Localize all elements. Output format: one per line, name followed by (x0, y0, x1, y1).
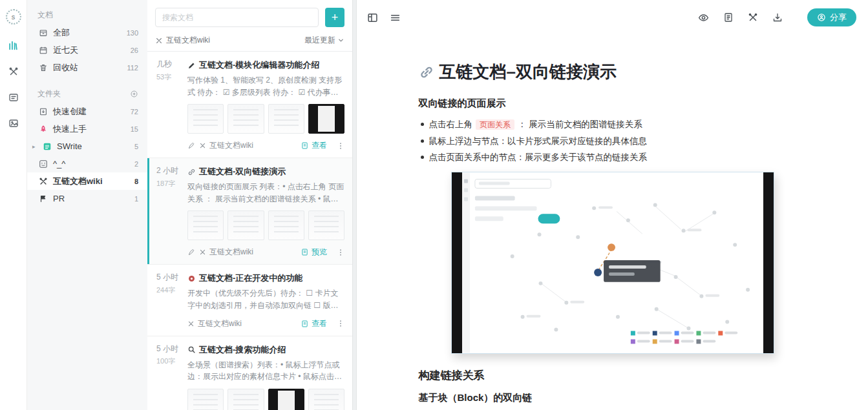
eye-icon[interactable] (698, 12, 709, 23)
card-folder-tag: 互链文档wiki (209, 140, 253, 151)
bullet-item: 点击右上角页面关系： 展示当前文档的图谱链接关系 (419, 116, 807, 133)
notes-icon[interactable] (8, 92, 19, 103)
share-label: 分享 (830, 12, 847, 23)
screenshot-black-bar (763, 172, 774, 353)
in-development-icon (187, 274, 196, 283)
sidebar-section-folders-label: 文件夹 (37, 88, 61, 99)
sidebar-item-label: 快速上手 (53, 123, 87, 135)
sidebar-item-recent7[interactable]: 近七天 26 (27, 41, 147, 59)
icon-rail: s (0, 0, 27, 410)
expand-caret-icon[interactable]: ▸ (32, 143, 37, 150)
crossed-tools-icon (199, 249, 206, 256)
card-time: 5 小时 (156, 272, 181, 283)
document-page: 互链文档–双向链接演示 双向链接的页面展示 点击右上角页面关系： 展示当前文档的… (419, 35, 807, 410)
thumbnail[interactable] (187, 389, 224, 410)
sidebar-item-all[interactable]: 全部 130 (27, 24, 147, 41)
link-icon (419, 65, 434, 80)
archive-icon (39, 28, 48, 37)
current-folder-label: 互链文档wiki (166, 35, 210, 46)
sidebar-item-wiki[interactable]: 互链文档wiki 8 (27, 172, 147, 190)
app-logo[interactable]: s (6, 9, 21, 25)
page-title: 互链文档–双向链接演示 (419, 61, 807, 83)
sidebar-item-label: PR (53, 194, 65, 203)
search-input[interactable] (155, 8, 319, 27)
item-count: 26 (131, 46, 138, 54)
screenshot-black-bar (452, 172, 462, 353)
bullet-item: 鼠标上浮边与节点：以卡片形式展示对应链接的具体信息 (419, 133, 807, 149)
doc-card-1[interactable]: 几秒 53字 互链文档-模块化编辑器功能介绍 写作体验 1、智能改写 2、原创度… (147, 52, 352, 158)
item-count: 2 (134, 160, 138, 168)
sidebar-item-swrite[interactable]: ▸ SWrite 5 (27, 138, 147, 155)
card-time: 5 小时 (156, 344, 181, 354)
card-footer: 互链文档wiki 查看 (187, 318, 344, 329)
crossed-tools-icon[interactable] (748, 12, 758, 23)
thumbnail[interactable] (228, 210, 264, 240)
page-relations-chip: 页面关系 (476, 119, 514, 130)
editor-area: 分享 互链文档–双向链接演示 双向链接的页面展示 点击右上角页面关系： 展示当前… (357, 0, 868, 410)
editor-toolbar: 分享 (357, 0, 868, 35)
doc-card-4[interactable]: 5 小时 100字 互链文档-搜索功能介绍 全场景（图谱搜索）列表：• 鼠标上浮… (147, 336, 352, 410)
thumbnail[interactable] (308, 210, 344, 240)
doc-heading-page-display: 双向链接的页面展示 (419, 97, 807, 110)
item-count: 1 (134, 195, 138, 203)
thumbnail[interactable] (268, 104, 304, 134)
more-options-icon[interactable] (337, 142, 344, 150)
library-icon[interactable] (8, 40, 19, 51)
new-doc-button[interactable]: + (325, 8, 344, 27)
sort-dropdown[interactable]: 最近更新 (304, 35, 344, 46)
bullet-text: 点击页面关系中的节点：展示更多关于该节点的链接关系 (429, 152, 648, 162)
card-thumbnails (187, 104, 344, 134)
tools-icon[interactable] (8, 67, 19, 77)
preview-button[interactable]: 预览 (301, 247, 327, 258)
share-button[interactable]: 分享 (807, 8, 856, 26)
thumbnail[interactable] (187, 210, 224, 240)
doc-heading-build-links: 构建链接关系 (419, 368, 807, 383)
add-folder-icon[interactable] (130, 90, 138, 98)
doc-card-2[interactable]: 2 小时 187字 互链文档-双向链接演示 双向链接的页面展示 列表：• 点击右… (147, 158, 352, 265)
gallery-icon[interactable] (8, 118, 19, 128)
thumbnail[interactable] (187, 104, 224, 134)
board-view-icon[interactable] (367, 12, 378, 23)
doc-card-3[interactable]: 5 小时 244字 互链文档-正在开发中的功能 开发中（优先级不分先后）待办： … (147, 265, 352, 336)
sidebar-item-quick-start[interactable]: 快速上手 15 (27, 120, 147, 138)
save-box-icon[interactable] (772, 12, 783, 23)
view-button[interactable]: 查看 (301, 140, 327, 151)
bullet-item: 点击页面关系中的节点：展示更多关于该节点的链接关系 (419, 149, 807, 165)
sidebar-item-label: ^_^ (53, 159, 65, 169)
more-options-icon[interactable] (337, 320, 344, 327)
file-icon (301, 248, 309, 256)
thumbnail[interactable] (228, 389, 264, 410)
thumbnail[interactable] (228, 104, 264, 134)
more-options-icon[interactable] (337, 249, 344, 256)
smile-icon (39, 159, 48, 169)
doc-export-icon[interactable] (723, 12, 734, 23)
item-count: 72 (131, 108, 138, 116)
sidebar-item-face[interactable]: ^_^ 2 (27, 155, 147, 172)
sidebar-item-pr[interactable]: PR 1 (27, 190, 147, 207)
card-title-text: 互链文档-正在开发中的功能 (199, 272, 302, 284)
item-count: 130 (127, 29, 138, 37)
thumbnail[interactable] (268, 210, 304, 240)
embedded-graph-screenshot[interactable] (451, 172, 774, 354)
card-body: 互链文档-搜索功能介绍 全场景（图谱搜索）列表：• 鼠标上浮节点或边：展示出对应… (187, 344, 344, 410)
card-excerpt: 开发中（优先级不分先后）待办： ☐ 卡片文字中的划选引用，并自动添加双向链 ☐ … (187, 287, 344, 311)
sidebar-item-quick-create[interactable]: 快速创建 72 (27, 103, 147, 120)
card-meta: 几秒 53字 (156, 59, 181, 151)
panel-divider[interactable] (352, 0, 357, 410)
thumbnail[interactable] (308, 104, 344, 134)
card-wordcount: 53字 (156, 72, 181, 81)
sidebar-item-label: 回收站 (53, 62, 78, 74)
quick-create-icon (39, 107, 48, 116)
thumbnail[interactable] (268, 389, 304, 410)
card-excerpt: 写作体验 1、智能改写 2、原创度检测 支持形式 待办： ☑ 多层级列表 待办：… (187, 74, 344, 98)
crossed-tools-icon (199, 142, 206, 149)
bullet-text: 点击右上角 (429, 119, 473, 129)
sidebar-item-trash[interactable]: 回收站 112 (27, 59, 147, 76)
menu-icon[interactable] (390, 12, 401, 23)
thumbnail[interactable] (308, 389, 344, 410)
view-button[interactable]: 查看 (301, 318, 327, 329)
document-canvas[interactable]: 互链文档–双向链接演示 双向链接的页面展示 点击右上角页面关系： 展示当前文档的… (357, 35, 868, 410)
document-list-panel: + 互链文档wiki 最近更新 几秒 53字 互链文档-模块化编辑器功能介 (147, 0, 352, 410)
toolbar-right: 分享 (698, 8, 856, 26)
card-title: 互链文档-双向链接演示 (187, 166, 344, 178)
